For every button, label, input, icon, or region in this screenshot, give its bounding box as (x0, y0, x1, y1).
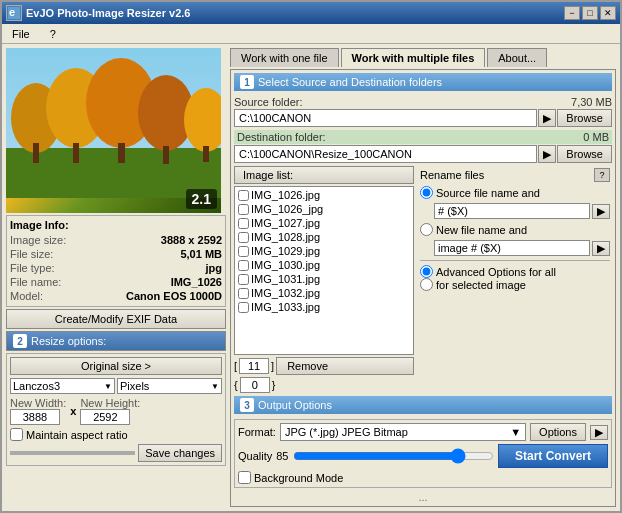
dest-arrow-button[interactable]: ▶ (538, 145, 556, 163)
file-checkbox[interactable] (238, 288, 249, 299)
file-checkbox[interactable] (238, 274, 249, 285)
image-info-title: Image Info: (10, 219, 222, 231)
new-field-arrow[interactable]: ▶ (592, 241, 610, 256)
output-num: 3 (240, 398, 254, 412)
new-radio[interactable] (420, 223, 433, 236)
filetype-label: File type: (10, 262, 55, 274)
menu-help[interactable]: ? (44, 26, 62, 42)
save-row: Save changes (10, 444, 222, 462)
file-checkbox[interactable] (238, 232, 249, 243)
list-item[interactable]: IMG_1026_jpg (236, 202, 412, 216)
background-mode-label: Background Mode (254, 472, 343, 484)
start-convert-button[interactable]: Start Convert (498, 444, 608, 468)
file-checkbox[interactable] (238, 302, 249, 313)
maximize-button[interactable]: □ (582, 6, 598, 20)
file-checkbox[interactable] (238, 204, 249, 215)
new-field-input[interactable] (434, 240, 590, 256)
remove-button[interactable]: Remove (276, 357, 414, 375)
close-button[interactable]: ✕ (600, 6, 616, 20)
filter-select[interactable]: Lanczos3 ▼ (10, 378, 115, 394)
tab-about[interactable]: About... (487, 48, 547, 67)
options-button[interactable]: Options (530, 423, 586, 441)
tab-single-file[interactable]: Work with one file (230, 48, 339, 67)
image-preview: 2.1 (6, 48, 221, 213)
list-item[interactable]: IMG_1028.jpg (236, 230, 412, 244)
image-list-button[interactable]: Image list: (234, 166, 414, 184)
info-model-row: Model: Canon EOS 1000D (10, 289, 222, 303)
quality-slider[interactable] (293, 448, 494, 464)
dimensions-row: New Width: x New Height: (10, 397, 222, 425)
minimize-button[interactable]: − (564, 6, 580, 20)
background-mode-row: Background Mode (238, 471, 608, 484)
filter-unit-row: Lanczos3 ▼ Pixels ▼ (10, 378, 222, 394)
output-title: Output Options (258, 399, 332, 411)
adv-all-radio[interactable] (420, 265, 433, 278)
width-input[interactable] (10, 409, 60, 425)
slider[interactable] (10, 451, 135, 455)
adv-selected-radio[interactable] (420, 278, 433, 291)
output-section: Format: JPG (*.jpg) JPEG Bitmap ▼ Option… (234, 419, 612, 488)
list-item[interactable]: IMG_1026.jpg (236, 188, 412, 202)
source-size: 7,30 MB (571, 96, 612, 108)
right-content: 1 Select Source and Destination folders … (230, 69, 616, 507)
right-panel: Work with one file Work with multiple fi… (230, 48, 616, 507)
file-checkbox[interactable] (238, 260, 249, 271)
bracket-open: [ (234, 360, 237, 372)
svg-rect-7 (73, 143, 79, 163)
list-item[interactable]: IMG_1027.jpg (236, 216, 412, 230)
source-field-arrow[interactable]: ▶ (592, 204, 610, 219)
aspect-ratio-checkbox[interactable] (10, 428, 23, 441)
list-item[interactable]: IMG_1032.jpg (236, 286, 412, 300)
format-select[interactable]: JPG (*.jpg) JPEG Bitmap ▼ (280, 423, 526, 441)
dest-label-row: Destination folder: 0 MB (234, 130, 612, 144)
file-checkbox[interactable] (238, 246, 249, 257)
adv-all-row: Advanced Options for all (420, 265, 610, 278)
advanced-section: Advanced Options for all for selected im… (420, 260, 610, 291)
file-checkbox[interactable] (238, 218, 249, 229)
adv-all-label: Advanced Options for all (436, 266, 556, 278)
adv-selected-label: for selected image (436, 279, 526, 291)
exif-button[interactable]: Create/Modify EXIF Data (6, 309, 226, 329)
count-bottom: 0 (240, 377, 270, 393)
dest-size: 0 MB (583, 131, 609, 143)
brace-close: } (272, 379, 276, 391)
original-size-button[interactable]: Original size > (10, 357, 222, 375)
new-radio-row: New file name and (420, 223, 610, 236)
rename-help-button[interactable]: ? (594, 168, 610, 182)
left-panel: 2.1 Image Info: Image size: 3888 x 2592 (6, 48, 226, 507)
source-radio[interactable] (420, 186, 433, 199)
source-arrow-button[interactable]: ▶ (538, 109, 556, 127)
tab-multiple-files[interactable]: Work with multiple files (341, 48, 486, 67)
model-label: Model: (10, 290, 43, 302)
dest-folder-label: Destination folder: (237, 131, 326, 143)
unit-select[interactable]: Pixels ▼ (117, 378, 222, 394)
list-bottom2: { 0 } (234, 377, 414, 393)
filename-value: IMG_1026 (171, 276, 222, 288)
output-section-header: 3 Output Options (234, 396, 612, 414)
file-list[interactable]: IMG_1026.jpgIMG_1026_jpgIMG_1027.jpgIMG_… (234, 186, 414, 355)
source-field-input[interactable] (434, 203, 590, 219)
main-window: e EvJO Photo-Image Resizer v2.6 − □ ✕ Fi… (0, 0, 622, 513)
save-changes-button[interactable]: Save changes (138, 444, 222, 462)
menu-file[interactable]: File (6, 26, 36, 42)
dest-browse-button[interactable]: Browse (557, 145, 612, 163)
file-checkbox[interactable] (238, 190, 249, 201)
source-browse-button[interactable]: Browse (557, 109, 612, 127)
filesize-label: File size: (10, 248, 53, 260)
source-label-row: Source folder: 7,30 MB (234, 96, 612, 108)
quality-row: Quality 85 Start Convert (238, 444, 608, 468)
height-input[interactable] (80, 409, 130, 425)
times-symbol: x (70, 405, 76, 417)
list-item[interactable]: IMG_1030.jpg (236, 258, 412, 272)
resize-title: Resize options: (31, 335, 106, 347)
background-mode-checkbox[interactable] (238, 471, 251, 484)
aspect-ratio-row: Maintain aspect ratio (10, 428, 222, 441)
format-row: Format: JPG (*.jpg) JPEG Bitmap ▼ Option… (238, 423, 608, 441)
list-item[interactable]: IMG_1033.jpg (236, 300, 412, 314)
list-item[interactable]: IMG_1031.jpg (236, 272, 412, 286)
output-arrow-button[interactable]: ▶ (590, 425, 608, 440)
list-item[interactable]: IMG_1029.jpg (236, 244, 412, 258)
info-size-row: Image size: 3888 x 2592 (10, 233, 222, 247)
preview-badge: 2.1 (186, 189, 217, 209)
info-filetype-row: File type: jpg (10, 261, 222, 275)
